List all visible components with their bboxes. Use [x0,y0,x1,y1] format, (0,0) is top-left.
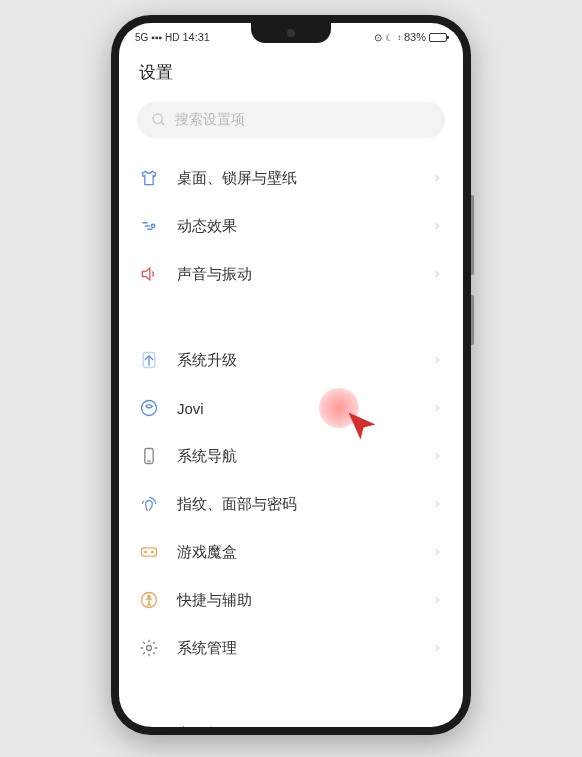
chevron-right-icon [431,220,443,232]
network-type: 5G [135,32,148,43]
clock: 14:31 [182,31,210,43]
item-label: 动态效果 [177,217,413,236]
fingerprint-icon [139,494,159,514]
svg-point-9 [152,551,154,553]
item-label: 系统管理 [177,639,413,658]
item-label: 声音与振动 [177,265,413,284]
chevron-right-icon [431,594,443,606]
chevron-right-icon [431,268,443,280]
gear-icon [139,638,159,658]
item-security-privacy[interactable]: 安全与隐私 [119,710,463,727]
gamebox-icon [139,542,159,562]
chevron-right-icon [431,354,443,366]
svg-point-11 [148,595,151,598]
svg-rect-7 [142,548,157,556]
chevron-right-icon [431,546,443,558]
shield-icon [139,724,159,727]
item-desktop-lock-wallpaper[interactable]: 桌面、锁屏与壁纸 [119,154,463,202]
search-icon [151,112,167,128]
moon-icon: ☾ [385,32,394,43]
item-label: 桌面、锁屏与壁纸 [177,169,413,188]
accessibility-icon [139,590,159,610]
item-label: 安全与隐私 [177,725,413,728]
item-system-management[interactable]: 系统管理 [119,624,463,672]
item-game-box[interactable]: 游戏魔盒 [119,528,463,576]
phone-frame: 5G ▪▪▪ HD 14:31 ⊙ ☾ ↕ 83% 设置 搜索设置项 [111,15,471,735]
item-system-navigation[interactable]: 系统导航 [119,432,463,480]
item-label: 指纹、面部与密码 [177,495,413,514]
svg-point-8 [145,551,147,553]
settings-list: 桌面、锁屏与壁纸 动态效果 声音与振动 [119,154,463,727]
screen: 5G ▪▪▪ HD 14:31 ⊙ ☾ ↕ 83% 设置 搜索设置项 [119,23,463,727]
chevron-right-icon [431,450,443,462]
item-shortcut-accessibility[interactable]: 快捷与辅助 [119,576,463,624]
speaker-icon [139,264,159,284]
search-input[interactable]: 搜索设置项 [137,102,445,138]
item-fingerprint-face-password[interactable]: 指纹、面部与密码 [119,480,463,528]
dynamic-icon [139,216,159,236]
search-placeholder: 搜索设置项 [175,111,245,129]
hd-icon: HD [165,32,179,43]
svg-line-1 [161,122,164,125]
item-label: 系统升级 [177,351,413,370]
power-button [471,295,474,345]
battery-percent: 83% [404,31,426,43]
item-jovi[interactable]: Jovi [119,384,463,432]
arrow-up-icon [139,350,159,370]
data-icon: ↕ [397,33,401,42]
battery-icon [429,33,447,42]
alarm-icon: ⊙ [374,32,382,43]
volume-button [471,195,474,275]
chevron-right-icon [431,172,443,184]
chevron-right-icon [431,498,443,510]
phone-rect-icon [139,446,159,466]
item-sound-vibration[interactable]: 声音与振动 [119,250,463,298]
svg-point-2 [152,224,155,227]
svg-point-12 [147,646,152,651]
item-label: Jovi [177,400,413,417]
item-label: 游戏魔盒 [177,543,413,562]
item-dynamic-effects[interactable]: 动态效果 [119,202,463,250]
shirt-icon [139,168,159,188]
chevron-right-icon [431,402,443,414]
page-title: 设置 [119,47,463,96]
item-label: 快捷与辅助 [177,591,413,610]
item-system-upgrade[interactable]: 系统升级 [119,336,463,384]
item-label: 系统导航 [177,447,413,466]
jovi-icon [139,398,159,418]
chevron-right-icon [431,642,443,654]
notch [251,23,331,43]
svg-point-0 [153,114,162,123]
signal-icon: ▪▪▪ [151,32,162,43]
